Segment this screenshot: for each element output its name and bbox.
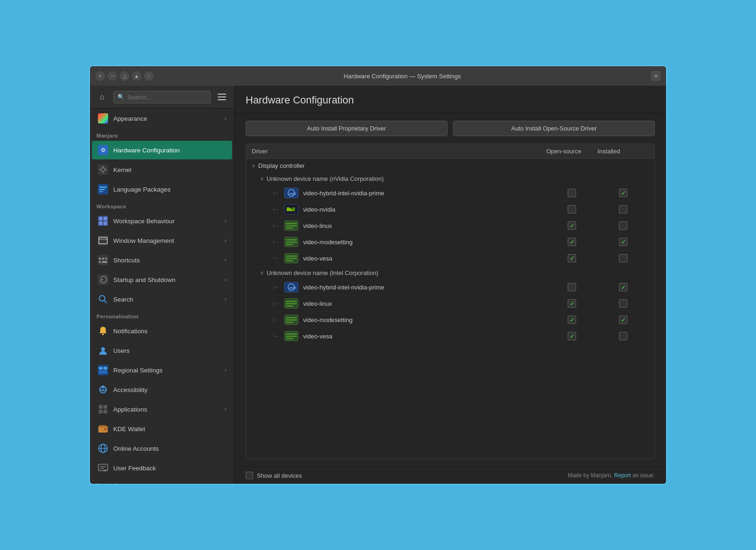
svg-rect-18 xyxy=(98,255,108,265)
home-button[interactable]: ⌂ xyxy=(95,89,110,104)
sidebar-item-regional-settings[interactable]: Regional Settings › xyxy=(92,361,232,379)
installed-checkbox[interactable] xyxy=(619,299,627,308)
driver-info: ├─ intel video-hybrid-intel-nvidia-prime xyxy=(272,282,546,292)
svg-rect-39 xyxy=(103,405,107,409)
opensource-checkbox[interactable] xyxy=(568,205,576,213)
prev-button[interactable]: ‹ xyxy=(144,71,153,81)
svg-rect-21 xyxy=(105,258,107,260)
svg-rect-31 xyxy=(103,367,107,370)
installed-checkbox[interactable] xyxy=(619,332,627,340)
tree-connector-icon: ├─ xyxy=(272,285,279,290)
close-button[interactable]: × xyxy=(96,71,105,81)
page-title: Hardware Configuration xyxy=(246,94,655,106)
window-title: Hardware Configuration — System Settings xyxy=(153,73,651,80)
maximize-button[interactable]: △ xyxy=(120,71,129,81)
subgroup-intel[interactable]: ∨ Unknown device name (Intel Corporation… xyxy=(246,267,654,279)
sidebar-item-search[interactable]: Search › xyxy=(92,290,232,309)
tree-connector-icon: └─ xyxy=(272,334,279,339)
kde-wallet-icon xyxy=(97,423,109,434)
svg-text:intel: intel xyxy=(289,192,296,195)
section-header-workspace: Workspace xyxy=(90,199,234,211)
nvidia-driver-icon xyxy=(284,204,298,214)
driver-name: video-vesa xyxy=(303,333,332,340)
menu-button[interactable] xyxy=(214,89,229,104)
sidebar-item-kde-wallet[interactable]: KDE Wallet xyxy=(92,419,232,438)
installed-checkbox[interactable] xyxy=(619,205,627,213)
sidebar-item-notifications[interactable]: Notifications xyxy=(92,322,232,340)
search-input[interactable] xyxy=(127,94,206,101)
driver-name: video-linux xyxy=(303,222,332,229)
minimize-button[interactable]: − xyxy=(108,71,117,81)
driver-name: video-linux xyxy=(303,300,332,307)
checkmark-icon: ✓ xyxy=(570,223,575,229)
driver-info: ├─ video-nvidia xyxy=(272,204,546,214)
driver-info: └─ video-vesa xyxy=(272,253,546,263)
sidebar-item-window-management[interactable]: Window Management › xyxy=(92,231,232,250)
content-body: Auto Install Proprietary Driver Auto Ins… xyxy=(234,113,666,467)
rollup-button[interactable]: ▲ xyxy=(132,71,141,81)
opensource-checkbox[interactable]: ✓ xyxy=(568,316,576,324)
checkmark-icon: ✓ xyxy=(570,317,575,323)
opensource-checkbox[interactable]: ✓ xyxy=(568,332,576,340)
opensource-checkbox[interactable] xyxy=(568,283,576,291)
installed-checkbox[interactable] xyxy=(619,254,627,262)
sidebar-item-accessibility[interactable]: Accessibility xyxy=(92,380,232,399)
installed-checkbox-cell: ✓ xyxy=(598,316,649,324)
sidebar-item-shortcuts[interactable]: Shortcuts › xyxy=(92,251,232,269)
content-header: Hardware Configuration xyxy=(234,86,666,113)
sidebar-item-user-feedback[interactable]: User Feedback xyxy=(92,459,232,477)
svg-point-44 xyxy=(104,428,107,431)
restore-button[interactable]: ⧉ xyxy=(651,71,660,81)
main-area: ⌂ 🔍 Appearance › Manj xyxy=(90,86,666,484)
window-management-icon xyxy=(97,235,109,246)
opensource-checkbox-cell: ✓ xyxy=(546,299,598,308)
checkmark-icon: ✓ xyxy=(570,333,575,339)
installed-checkbox-cell xyxy=(598,332,649,340)
installed-checkbox[interactable]: ✓ xyxy=(619,283,627,291)
installed-checkbox[interactable] xyxy=(619,221,627,230)
svg-rect-29 xyxy=(98,365,108,375)
group-display-controller[interactable]: ∨ Display controller xyxy=(246,159,654,172)
sidebar-item-online-accounts[interactable]: Online Accounts xyxy=(92,439,232,458)
auto-install-proprietary-button[interactable]: Auto Install Proprietary Driver xyxy=(246,121,447,136)
generic-driver-icon xyxy=(284,253,298,263)
chevron-right-icon: › xyxy=(225,237,227,244)
sidebar-item-label: Search xyxy=(113,296,220,303)
subgroup-nvidia[interactable]: ∨ Unknown device name (nVidia Corporatio… xyxy=(246,172,654,185)
opensource-checkbox[interactable]: ✓ xyxy=(568,238,576,246)
show-all-devices-checkbox[interactable] xyxy=(246,472,253,479)
sidebar-item-users[interactable]: Users xyxy=(92,341,232,360)
svg-rect-22 xyxy=(99,261,101,263)
report-suffix: an issue. xyxy=(632,472,655,479)
sidebar-item-kernel[interactable]: Kernel xyxy=(92,160,232,179)
installed-checkbox[interactable]: ✓ xyxy=(619,316,627,324)
titlebar: × − △ ▲ ‹ Hardware Configuration — Syste… xyxy=(90,66,666,86)
sidebar-item-appearance[interactable]: Appearance › xyxy=(92,109,232,128)
sidebar-item-workspace-behaviour[interactable]: Workspace Behaviour › xyxy=(92,212,232,230)
notifications-icon xyxy=(97,325,109,337)
driver-name: video-hybrid-intel-nvidia-prime xyxy=(303,284,384,291)
opensource-checkbox[interactable]: ✓ xyxy=(568,299,576,308)
sidebar-item-hardware-configuration[interactable]: ⚙ Hardware Configuration xyxy=(92,141,232,159)
driver-table: Driver Open-source Installed ∨ Display c… xyxy=(246,144,655,459)
sidebar-item-startup-shutdown[interactable]: Startup and Shutdown › xyxy=(92,270,232,289)
table-header: Driver Open-source Installed xyxy=(246,144,654,159)
opensource-checkbox[interactable]: ✓ xyxy=(568,221,576,230)
installed-checkbox[interactable]: ✓ xyxy=(619,189,627,197)
installed-checkbox[interactable]: ✓ xyxy=(619,238,627,246)
sidebar-item-language-packages[interactable]: Language Packages xyxy=(92,180,232,199)
opensource-checkbox[interactable]: ✓ xyxy=(568,254,576,262)
sidebar-item-applications[interactable]: Applications › xyxy=(92,400,232,419)
expand-icon: ∨ xyxy=(252,163,255,169)
driver-name: video-hybrid-intel-nvidia-prime xyxy=(303,190,384,197)
startup-shutdown-icon xyxy=(97,274,109,285)
svg-rect-65 xyxy=(286,258,297,259)
sidebar-item-label: Notifications xyxy=(113,328,227,335)
svg-rect-77 xyxy=(286,322,293,323)
opensource-checkbox[interactable] xyxy=(568,189,576,197)
opensource-checkbox-cell: ✓ xyxy=(546,316,598,324)
table-row: ├─ video-modesetting xyxy=(246,234,654,250)
report-link[interactable]: Report xyxy=(614,472,631,479)
section-header-network: Network xyxy=(90,478,234,484)
auto-install-opensource-button[interactable]: Auto Install Open-Source Driver xyxy=(453,121,655,136)
